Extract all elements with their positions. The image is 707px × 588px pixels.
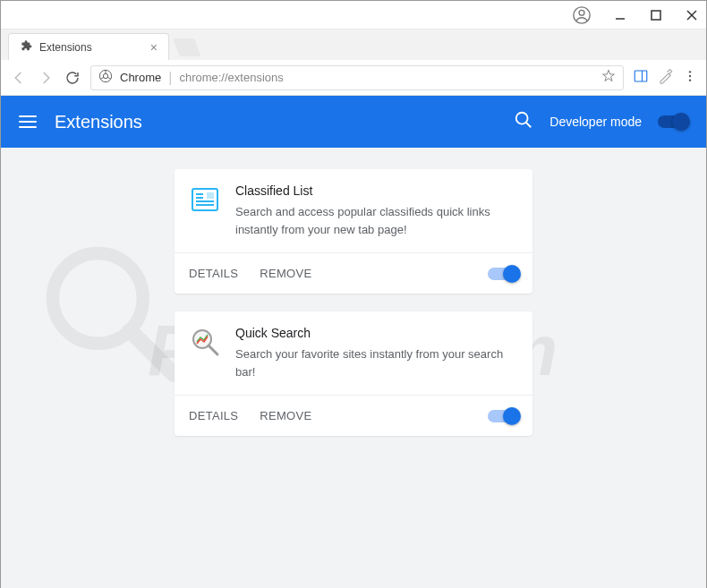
tab-title: Extensions — [39, 41, 143, 54]
extension-name: Quick Search — [235, 326, 518, 340]
svg-point-10 — [689, 71, 691, 72]
svg-point-1 — [579, 10, 584, 15]
close-tab-icon[interactable]: × — [150, 40, 158, 55]
menu-dots-icon[interactable] — [683, 69, 697, 87]
maximize-button[interactable] — [649, 8, 663, 22]
back-button[interactable] — [10, 69, 28, 87]
svg-point-7 — [103, 73, 107, 78]
reload-button[interactable] — [64, 69, 81, 87]
newspaper-icon — [189, 183, 221, 216]
svg-line-16 — [130, 330, 174, 374]
details-button[interactable]: DETAILS — [189, 409, 238, 422]
panel-icon[interactable] — [633, 68, 649, 88]
hamburger-menu-icon[interactable] — [19, 115, 37, 128]
minimize-button[interactable] — [613, 8, 627, 22]
remove-button[interactable]: REMOVE — [260, 409, 311, 422]
developer-mode-label: Developer mode — [549, 115, 642, 129]
remove-button[interactable]: REMOVE — [260, 267, 311, 280]
browser-toolbar: Chrome | chrome://extensions — [1, 60, 706, 96]
extension-puzzle-icon — [20, 39, 32, 55]
svg-rect-8 — [635, 71, 647, 81]
extension-card: Quick Search Search your favorite sites … — [175, 311, 532, 436]
extensions-header: Extensions Developer mode — [1, 96, 706, 148]
svg-point-11 — [689, 74, 691, 76]
extension-enable-toggle[interactable] — [488, 268, 518, 280]
svg-rect-17 — [192, 189, 217, 210]
developer-mode-toggle[interactable] — [658, 115, 688, 128]
extension-enable-toggle[interactable] — [488, 410, 518, 422]
browser-tab[interactable]: Extensions × — [8, 33, 169, 60]
svg-point-13 — [516, 113, 528, 124]
chrome-icon — [98, 69, 113, 87]
magnifier-chart-icon — [189, 326, 221, 358]
address-bar[interactable]: Chrome | chrome://extensions — [90, 65, 624, 90]
extension-description: Search your favorite sites instantly fro… — [235, 345, 518, 380]
tab-strip: Extensions × — [1, 30, 706, 60]
extension-name: Classified List — [235, 183, 518, 198]
bookmark-star-icon[interactable] — [601, 69, 616, 87]
svg-point-12 — [689, 79, 691, 81]
customize-icon[interactable] — [658, 68, 674, 88]
url-scheme-label: Chrome — [120, 71, 161, 84]
svg-point-15 — [53, 253, 143, 344]
svg-rect-3 — [652, 11, 660, 20]
window-titlebar — [1, 1, 706, 30]
svg-rect-22 — [207, 192, 214, 199]
forward-button[interactable] — [37, 69, 55, 87]
svg-line-24 — [209, 345, 217, 354]
extension-card: Classified List Search and access popula… — [175, 169, 532, 294]
watermark-magnifier-icon — [37, 237, 198, 398]
svg-line-14 — [526, 123, 532, 128]
page-title: Extensions — [55, 112, 142, 132]
new-tab-button[interactable] — [173, 38, 200, 56]
details-button[interactable]: DETAILS — [189, 267, 238, 280]
extension-description: Search and access popular classifieds qu… — [235, 203, 518, 238]
extensions-list: PCrisk.com Classified List Search and ac… — [1, 148, 706, 588]
url-text: chrome://extensions — [179, 71, 283, 84]
search-icon[interactable] — [514, 110, 533, 133]
user-account-icon[interactable] — [572, 5, 592, 25]
close-window-button[interactable] — [685, 8, 699, 22]
